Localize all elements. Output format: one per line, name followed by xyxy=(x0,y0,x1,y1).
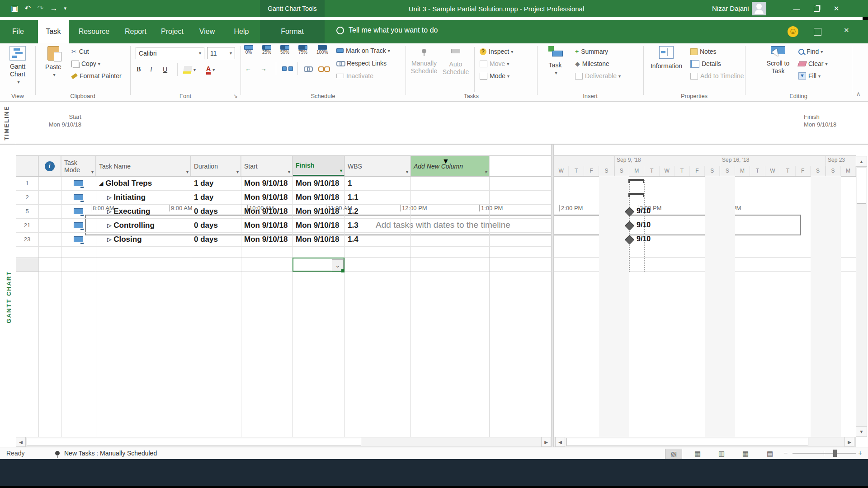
gantt-chart-view-button[interactable]: Gantt Chart▾ xyxy=(4,46,32,86)
inspect-button[interactable]: ? Inspect▾ xyxy=(480,46,513,57)
pct0-button[interactable]: 0% xyxy=(244,45,253,61)
task-name-cell[interactable]: ▷ Controlling xyxy=(96,218,191,232)
paste-button[interactable]: Paste▾ xyxy=(42,46,65,79)
column-header-task-name[interactable]: Task Name▾ xyxy=(96,156,191,176)
duration-cell[interactable]: 0 days xyxy=(191,232,241,246)
outdent-task-button[interactable]: ← xyxy=(245,63,251,74)
finish-cell[interactable]: Mon 9/10/18 xyxy=(292,218,344,232)
task-name-cell[interactable]: ▷ Initiating xyxy=(96,190,191,204)
cell-fill-handle[interactable] xyxy=(341,269,344,272)
view-shortcut-team-planner[interactable]: ▥ xyxy=(713,449,730,458)
column-header-duration[interactable]: Duration▾ xyxy=(191,156,241,176)
insert-summary-button[interactable]: + Summary xyxy=(575,46,608,57)
duration-cell[interactable]: 1 day xyxy=(191,190,241,204)
gantt-scroll-thumb[interactable] xyxy=(566,438,808,446)
pct25-button[interactable]: 25% xyxy=(262,45,271,61)
wbs-cell[interactable]: 1 xyxy=(344,176,410,190)
customize-qat-icon[interactable]: ▾ xyxy=(64,5,67,11)
finish-cell[interactable]: Mon 9/10/18 xyxy=(292,232,344,246)
insert-task-button[interactable]: Task▾ xyxy=(542,46,568,77)
find-button[interactable]: Find▾ xyxy=(798,46,823,57)
row-number-header[interactable] xyxy=(16,156,38,176)
vertical-scroll-thumb[interactable] xyxy=(857,168,866,204)
scroll-down-button[interactable]: ▼ xyxy=(856,426,867,437)
info-column-header[interactable]: i xyxy=(38,156,61,176)
font-name-select[interactable]: Calibri▾ xyxy=(136,47,204,59)
mode-button[interactable]: Mode▾ xyxy=(480,70,509,81)
feedback-smiley-icon[interactable]: ☺ xyxy=(788,26,798,37)
save-icon[interactable]: ▣ xyxy=(11,4,18,13)
row-id[interactable]: 1 xyxy=(16,176,38,190)
task-mode-cell[interactable] xyxy=(61,218,96,232)
auto-schedule-button[interactable]: Auto Schedule xyxy=(441,46,471,76)
avatar[interactable] xyxy=(752,2,766,15)
background-color-button[interactable]: ▾ xyxy=(184,64,196,75)
zoom-in-button[interactable]: + xyxy=(858,449,862,457)
new-tasks-mode[interactable]: New Tasks : Manually Scheduled xyxy=(64,450,157,457)
undo-icon[interactable]: ↶ xyxy=(24,4,31,13)
row-id[interactable]: 21 xyxy=(16,218,38,232)
unlink-tasks-button[interactable] xyxy=(318,63,329,74)
scroll-up-button[interactable]: ▲ xyxy=(856,156,867,167)
selected-cell-finish[interactable]: ⌄ xyxy=(292,258,344,272)
redo-icon[interactable]: ↷ xyxy=(37,4,43,13)
view-shortcut-task-usage[interactable]: ▦ xyxy=(689,449,706,458)
gantt-scroll-left-button[interactable]: ◀ xyxy=(555,437,565,447)
finish-cell[interactable]: Mon 9/10/18 xyxy=(292,176,344,190)
restore-button[interactable] xyxy=(807,0,826,17)
notes-button[interactable]: Notes xyxy=(690,46,717,57)
details-button[interactable]: Details xyxy=(690,58,721,69)
task-name-cell[interactable]: ◢ Global Treps xyxy=(96,176,191,190)
respect-links-button[interactable]: Respect Links xyxy=(336,58,387,69)
fill-button[interactable]: ▼ Fill▾ xyxy=(798,70,821,81)
zoom-out-button[interactable]: − xyxy=(783,449,788,457)
account-name[interactable]: Nizar Dajani xyxy=(712,5,749,12)
row-id[interactable]: 23 xyxy=(16,232,38,246)
tell-me-box[interactable]: Tell me what you want to do xyxy=(336,26,438,34)
move-button[interactable]: Move▾ xyxy=(480,58,509,69)
table-scroll-right-button[interactable]: ▶ xyxy=(541,437,551,447)
minimize-button[interactable]: — xyxy=(787,0,807,17)
task-mode-cell[interactable] xyxy=(61,190,96,204)
start-cell[interactable]: Mon 9/10/18 xyxy=(241,190,292,204)
expand-icon[interactable]: ▷ xyxy=(107,194,111,201)
tab-format[interactable]: Format xyxy=(269,20,316,43)
table-scroll-thumb[interactable] xyxy=(27,438,361,446)
summary-bar-initiating[interactable] xyxy=(628,193,644,197)
inactivate-button[interactable]: Inactivate xyxy=(336,70,373,81)
manually-schedule-button[interactable]: Manually Schedule xyxy=(409,46,439,75)
selected-row-header[interactable] xyxy=(16,258,38,272)
view-side-strip[interactable]: GANTT CHART xyxy=(0,145,16,437)
copy-button[interactable]: Copy▾ xyxy=(71,58,100,69)
tab-help[interactable]: Help xyxy=(230,20,253,43)
column-header-add-new[interactable]: Add New Column▾ xyxy=(410,156,489,176)
tab-report[interactable]: Report xyxy=(121,20,150,43)
view-shortcut-resource-sheet[interactable]: ▦ xyxy=(737,449,754,458)
pct50-button[interactable]: 50% xyxy=(280,45,289,61)
expand-icon[interactable]: ▷ xyxy=(107,208,111,215)
mark-on-track-button[interactable]: Mark on Track▾ xyxy=(336,45,390,56)
pct100-button[interactable]: 100% xyxy=(316,45,328,61)
table-scroll-left-button[interactable]: ◀ xyxy=(16,437,26,447)
duration-cell[interactable]: 0 days xyxy=(191,218,241,232)
summary-bar-global-treps[interactable] xyxy=(628,179,644,183)
zoom-slider-handle[interactable] xyxy=(833,450,837,457)
tab-task[interactable]: Task xyxy=(38,20,69,43)
split-task-button[interactable] xyxy=(282,63,293,74)
wbs-cell[interactable]: 1.3 xyxy=(344,218,410,232)
view-shortcut-report[interactable]: ▤ xyxy=(762,449,778,458)
task-mode-cell[interactable] xyxy=(61,232,96,246)
link-tasks-button[interactable] xyxy=(304,63,312,74)
insert-milestone-button[interactable]: ◆ Milestone xyxy=(575,58,609,69)
tab-view[interactable]: View xyxy=(194,20,220,43)
duration-cell[interactable]: 0 days xyxy=(191,204,241,218)
cut-button[interactable]: ✂ Cut xyxy=(71,46,89,57)
expand-icon[interactable]: ◢ xyxy=(99,180,103,187)
column-header-finish[interactable]: Finish▾ xyxy=(292,156,344,176)
finish-cell[interactable]: Mon 9/10/18 xyxy=(292,204,344,218)
start-cell[interactable]: Mon 9/10/18 xyxy=(241,218,292,232)
pct75-button[interactable]: 75% xyxy=(298,45,307,61)
start-cell[interactable]: Mon 9/10/18 xyxy=(241,232,292,246)
task-name-cell[interactable]: ▷ Executing xyxy=(96,204,191,218)
underline-button[interactable]: U xyxy=(163,64,167,75)
